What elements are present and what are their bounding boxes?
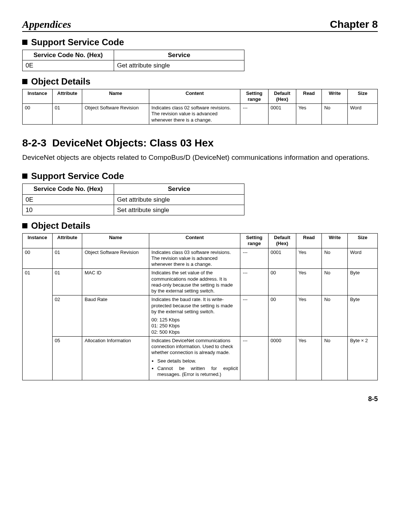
col-service-code: Service Code No. (Hex) bbox=[23, 184, 114, 194]
cell-content: Indicates class 03 software revisions. T… bbox=[149, 248, 240, 269]
cell-setting: --- bbox=[240, 336, 268, 380]
table-row: 10 Set attribute single bbox=[23, 205, 244, 215]
col-instance: Instance bbox=[23, 89, 53, 104]
col-attribute: Attribute bbox=[52, 89, 82, 104]
cell-attribute: 01 bbox=[52, 104, 82, 125]
cell-default: 00 bbox=[268, 295, 296, 337]
section-number: 8-2-3 bbox=[22, 137, 46, 149]
table-row: 01 01 MAC ID Indicates the set value of … bbox=[23, 269, 378, 295]
cell-write: No bbox=[322, 295, 348, 337]
content-para: Indicates DeviceNet communications conne… bbox=[151, 338, 238, 356]
cell-write: No bbox=[322, 104, 348, 125]
cell-write: No bbox=[322, 269, 348, 295]
cell-instance bbox=[23, 336, 53, 380]
cell-write: No bbox=[322, 336, 348, 380]
cell-size: Byte × 2 bbox=[348, 336, 378, 380]
table-header-row: Service Code No. (Hex) Service bbox=[23, 50, 244, 60]
cell-attribute: 01 bbox=[52, 269, 82, 295]
cell-attribute: 05 bbox=[52, 336, 82, 380]
object-details-table-1: Instance Attribute Name Content Setting … bbox=[22, 89, 378, 125]
table-row: 02 Baud Rate Indicates the baud rate. It… bbox=[23, 295, 378, 337]
cell-service: Get attribute single bbox=[114, 194, 244, 205]
cell-read: Yes bbox=[296, 269, 322, 295]
heading-text: Support Service Code bbox=[31, 37, 124, 47]
cell-default: 0000 bbox=[268, 336, 296, 380]
col-content: Content bbox=[149, 89, 240, 104]
page-header: Appendices Chapter 8 bbox=[22, 19, 378, 32]
table-row: 0E Get attribute single bbox=[23, 194, 244, 205]
cell-name: Allocation Information bbox=[82, 336, 149, 380]
col-service-code: Service Code No. (Hex) bbox=[23, 50, 114, 60]
table-header-row: Instance Attribute Name Content Setting … bbox=[23, 234, 378, 248]
col-attribute: Attribute bbox=[52, 234, 82, 248]
table-row: 05 Allocation Information Indicates Devi… bbox=[23, 336, 378, 380]
content-para: Indicates the set value of the communica… bbox=[151, 270, 238, 294]
bullet-item: Cannot be written for explicit messages.… bbox=[157, 366, 238, 378]
col-name: Name bbox=[82, 234, 149, 248]
cell-code: 0E bbox=[23, 60, 114, 71]
col-write: Write bbox=[322, 234, 348, 248]
cell-instance: 00 bbox=[23, 248, 53, 269]
col-instance: Instance bbox=[23, 234, 53, 248]
cell-code: 10 bbox=[23, 205, 114, 215]
cell-attribute: 02 bbox=[52, 295, 82, 337]
col-default: Default (Hex) bbox=[268, 89, 296, 104]
col-name: Name bbox=[82, 89, 149, 104]
content-bullets: See details below. Cannot be written for… bbox=[151, 358, 238, 378]
cell-instance: 00 bbox=[23, 104, 53, 125]
cell-code: 0E bbox=[23, 194, 114, 205]
col-read: Read bbox=[296, 234, 322, 248]
col-service: Service bbox=[114, 184, 244, 194]
section-body-text: DeviceNet objects are objects related to… bbox=[22, 153, 378, 162]
cell-attribute: 01 bbox=[52, 248, 82, 269]
heading-text: Object Details bbox=[31, 76, 90, 87]
cell-service: Get attribute single bbox=[114, 60, 244, 71]
content-para: Indicates class 03 software revisions. T… bbox=[151, 250, 238, 268]
table-row: 00 01 Object Software Revision Indicates… bbox=[23, 104, 378, 125]
cell-setting: --- bbox=[240, 295, 268, 337]
section-heading-8-2-3: 8-2-3 DeviceNet Objects: Class 03 Hex bbox=[22, 137, 378, 149]
table-header-row: Instance Attribute Name Content Setting … bbox=[23, 89, 378, 104]
table-row: 00 01 Object Software Revision Indicates… bbox=[23, 248, 378, 269]
cell-write: No bbox=[322, 248, 348, 269]
heading-object-details-2: Object Details bbox=[22, 221, 378, 231]
content-para: 00: 125 Kbps 01: 250 Kbps 02: 500 Kbps bbox=[151, 317, 238, 335]
col-size: Size bbox=[348, 234, 378, 248]
cell-default: 0001 bbox=[268, 248, 296, 269]
table-row: 0E Get attribute single bbox=[23, 60, 244, 71]
table-header-row: Service Code No. (Hex) Service bbox=[23, 184, 244, 194]
cell-content: Indicates DeviceNet communications conne… bbox=[149, 336, 240, 380]
cell-read: Yes bbox=[296, 336, 322, 380]
cell-content: Indicates class 02 software revisions. T… bbox=[149, 104, 240, 125]
heading-support-service-code-2: Support Service Code bbox=[22, 171, 378, 181]
cell-setting: --- bbox=[240, 269, 268, 295]
service-code-table-1: Service Code No. (Hex) Service 0E Get at… bbox=[22, 50, 244, 71]
cell-instance: 01 bbox=[23, 269, 53, 295]
cell-size: Byte bbox=[348, 269, 378, 295]
col-service: Service bbox=[114, 50, 244, 60]
cell-setting: --- bbox=[240, 248, 268, 269]
col-read: Read bbox=[296, 89, 322, 104]
cell-default: 00 bbox=[268, 269, 296, 295]
cell-content: Indicates the set value of the communica… bbox=[149, 269, 240, 295]
col-setting-range: Setting range bbox=[240, 89, 268, 104]
service-code-table-2: Service Code No. (Hex) Service 0E Get at… bbox=[22, 184, 244, 215]
col-write: Write bbox=[322, 89, 348, 104]
cell-size: Byte bbox=[348, 295, 378, 337]
header-left: Appendices bbox=[22, 19, 71, 30]
square-bullet-icon bbox=[22, 79, 27, 84]
cell-setting: --- bbox=[240, 104, 268, 125]
heading-text: Object Details bbox=[31, 221, 90, 231]
cell-name: MAC ID bbox=[82, 269, 149, 295]
cell-default: 0001 bbox=[268, 104, 296, 125]
cell-name: Object Software Revision bbox=[82, 104, 149, 125]
col-content: Content bbox=[149, 234, 240, 248]
col-size: Size bbox=[348, 89, 378, 104]
square-bullet-icon bbox=[22, 174, 27, 179]
content-para: Indicates the baud rate. It is write-pro… bbox=[151, 297, 238, 315]
cell-name: Baud Rate bbox=[82, 295, 149, 337]
col-default: Default (Hex) bbox=[268, 234, 296, 248]
cell-content: Indicates the baud rate. It is write-pro… bbox=[149, 295, 240, 337]
object-details-table-2: Instance Attribute Name Content Setting … bbox=[22, 233, 378, 380]
bullet-item: See details below. bbox=[157, 358, 238, 364]
